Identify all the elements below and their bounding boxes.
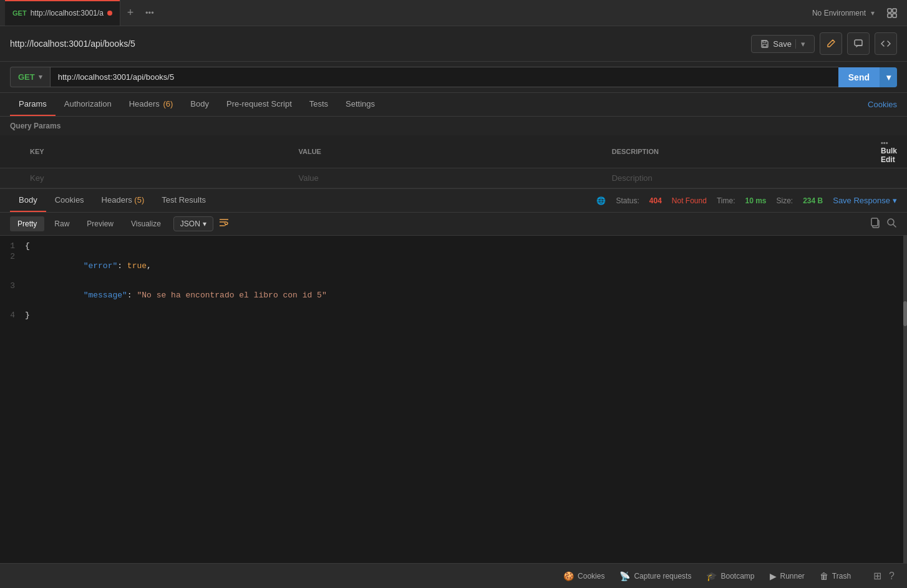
query-params-section: Query Params KEY VALUE DESCRIPTION ••• B… (0, 117, 907, 188)
tab-authorization[interactable]: Authorization (56, 93, 120, 116)
help-icon[interactable]: ? (886, 568, 897, 584)
param-placeholder-row: Key Value Description (0, 168, 907, 188)
scrollbar-thumb (903, 301, 907, 326)
json-format-chevron-icon: ▾ (203, 219, 206, 228)
active-tab[interactable]: GET http://localhost:3001/a (5, 0, 120, 26)
fmt-tab-pretty-label: Pretty (17, 219, 37, 228)
resp-tab-cookies[interactable]: Cookies (46, 189, 93, 212)
trash-icon: 🗑 (820, 571, 828, 581)
globe-icon: 🌐 (596, 196, 606, 205)
resp-tab-body[interactable]: Body (10, 189, 46, 212)
fmt-tab-preview-label: Preview (87, 219, 114, 228)
line-content-3: "message": "No se ha encontrado el libro… (25, 281, 907, 309)
method-label: GET (18, 72, 35, 82)
save-button[interactable]: Save ▾ (751, 35, 815, 53)
cookies-icon: 🍪 (563, 571, 574, 581)
svg-rect-6 (855, 40, 862, 46)
tab-bar: GET http://localhost:3001/a + ••• No Env… (0, 0, 907, 26)
send-button[interactable]: Send (838, 67, 880, 87)
fmt-tab-pretty[interactable]: Pretty (10, 216, 44, 231)
row-checkbox-cell (0, 168, 20, 188)
top-right-icons (882, 3, 902, 23)
collections-icon[interactable] (882, 3, 902, 23)
cookies-link[interactable]: Cookies (868, 100, 897, 109)
json-line-4: 4 } (0, 310, 907, 321)
save-response-chevron-icon: ▾ (893, 196, 897, 205)
code-icon-button[interactable] (875, 32, 897, 55)
copy-icon[interactable] (870, 217, 881, 231)
fmt-tab-preview[interactable]: Preview (79, 216, 121, 231)
bottom-right-icons: ⊞ ? (871, 567, 897, 584)
resp-tab-headers[interactable]: Headers (5) (93, 189, 153, 212)
bottom-trash[interactable]: 🗑 Trash (820, 571, 851, 581)
bottom-bootcamp[interactable]: 🎓 Bootcamp (706, 571, 754, 581)
response-body: 1 { 2 "error": true, 3 "message": "No se… (0, 236, 907, 563)
col-key: KEY (20, 135, 288, 168)
svg-rect-3 (893, 14, 896, 17)
method-selector[interactable]: GET ▾ (10, 67, 50, 87)
row-desc-cell[interactable]: Description (602, 168, 871, 188)
resp-tab-cookies-label: Cookies (55, 195, 84, 205)
json-line-3: 3 "message": "No se ha encontrado el lib… (0, 281, 907, 310)
line-content-2: "error": true, (25, 252, 907, 280)
bottom-bootcamp-label: Bootcamp (720, 572, 754, 581)
env-label: No Environment (812, 9, 866, 17)
query-params-label: Query Params (0, 117, 907, 135)
svg-rect-5 (763, 41, 766, 42)
env-chevron-icon: ▾ (871, 9, 875, 17)
row-value-cell[interactable]: Value (288, 168, 601, 188)
svg-rect-11 (871, 218, 878, 226)
scrollbar[interactable] (903, 236, 907, 563)
line-num-2: 2 (0, 252, 25, 261)
request-tabs: Params Authorization Headers (6) Body Pr… (0, 93, 907, 117)
save-label: Save (773, 39, 792, 49)
save-chevron-icon[interactable]: ▾ (795, 39, 805, 49)
column-options-icon[interactable]: ••• (881, 139, 888, 147)
more-tabs-button[interactable]: ••• (140, 6, 159, 20)
tab-params[interactable]: Params (10, 93, 56, 116)
wrap-lines-icon[interactable] (218, 217, 230, 231)
new-tab-button[interactable]: + (120, 3, 140, 23)
fmt-tab-raw-label: Raw (54, 219, 69, 228)
response-status-bar: 🌐 Status: 404 Not Found Time: 10 ms Size… (596, 196, 897, 205)
bulk-edit-button[interactable]: Bulk Edit (881, 147, 897, 164)
tab-headers[interactable]: Headers (6) (120, 93, 182, 116)
status-text: Not Found (672, 196, 707, 205)
headers-badge: (6) (163, 99, 173, 108)
bottom-cookies[interactable]: 🍪 Cookies (563, 571, 604, 581)
row-key-cell[interactable]: Key (20, 168, 288, 188)
tab-authorization-label: Authorization (64, 99, 112, 108)
row-actions-cell (871, 168, 907, 188)
bottom-runner[interactable]: ▶ Runner (770, 571, 805, 581)
bottom-capture[interactable]: 📡 Capture requests (619, 571, 691, 581)
col-actions: ••• Bulk Edit (871, 135, 907, 168)
save-response-button[interactable]: Save Response ▾ (833, 196, 897, 205)
bottom-trash-label: Trash (832, 572, 851, 581)
url-input[interactable] (50, 67, 838, 87)
tab-tests-label: Tests (309, 99, 328, 108)
grid-icon[interactable]: ⊞ (871, 567, 884, 584)
json-line-1: 1 { (0, 241, 907, 251)
resp-tab-test-results[interactable]: Test Results (153, 189, 215, 212)
svg-rect-4 (763, 44, 767, 47)
fmt-tab-raw[interactable]: Raw (47, 216, 77, 231)
tab-settings[interactable]: Settings (337, 93, 384, 116)
search-icon[interactable] (886, 217, 897, 231)
response-section: Body Cookies Headers (5) Test Results 🌐 … (0, 188, 907, 563)
line-num-4: 4 (0, 311, 25, 320)
environment-selector[interactable]: No Environment ▾ (812, 9, 875, 17)
url-bar-actions: Save ▾ (751, 32, 897, 55)
send-dropdown-button[interactable]: ▾ (880, 67, 897, 87)
tab-body[interactable]: Body (182, 93, 218, 116)
fmt-tab-visualize[interactable]: Visualize (124, 216, 168, 231)
format-actions (870, 217, 897, 231)
edit-icon-button[interactable] (820, 32, 842, 55)
status-code: 404 (649, 196, 662, 205)
json-format-selector[interactable]: JSON ▾ (173, 216, 213, 231)
comment-icon-button[interactable] (847, 32, 870, 55)
bottom-capture-label: Capture requests (634, 572, 691, 581)
tab-url: http://localhost:3001/a (31, 9, 104, 17)
tab-pre-request[interactable]: Pre-request Script (218, 93, 301, 116)
tab-tests[interactable]: Tests (301, 93, 337, 116)
params-table: KEY VALUE DESCRIPTION ••• Bulk Edit Key … (0, 135, 907, 188)
